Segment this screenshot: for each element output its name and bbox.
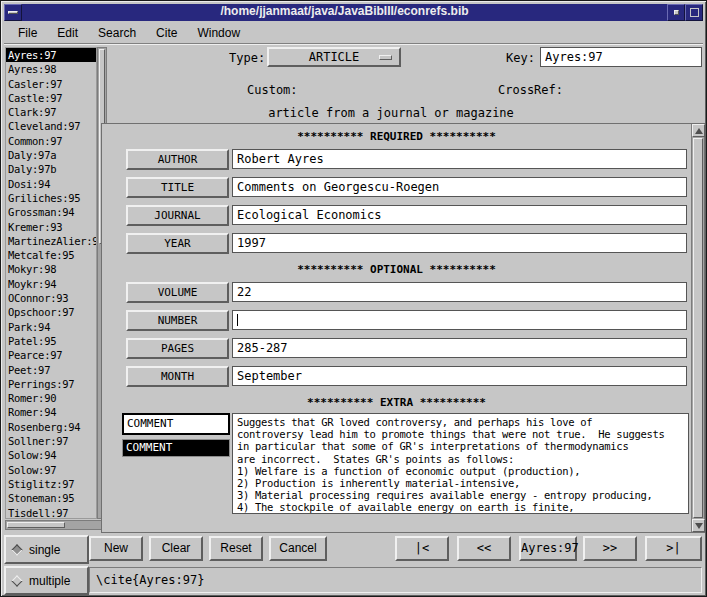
year-input[interactable]: [232, 233, 687, 253]
field-row-year: YEAR: [102, 233, 691, 255]
cancel-button[interactable]: Cancel: [269, 536, 327, 561]
comment-textarea[interactable]: Suggests that GR loved controversy, and …: [232, 413, 689, 514]
nav-current-button[interactable]: Ayres:97: [519, 536, 577, 561]
single-mode-toggle[interactable]: single: [4, 535, 89, 564]
menu-item-window[interactable]: Window: [187, 23, 250, 43]
window-title: /home/jjanmaat/java/JavaBibIII/econrefs.…: [22, 4, 667, 21]
list-item[interactable]: Stoneman:95: [6, 491, 96, 505]
comment-field-selector[interactable]: COMMENT: [122, 413, 230, 435]
list-item[interactable]: MartinezAlier:9: [6, 234, 96, 248]
key-input[interactable]: [540, 47, 702, 67]
crossref-label: CrossRef:: [498, 83, 563, 97]
window-menu-icon: [8, 11, 18, 14]
entry-form-panel: ********** REQUIRED ********** AUTHOR TI…: [101, 123, 705, 533]
maximize-icon: [690, 8, 699, 17]
author-input[interactable]: [232, 149, 687, 169]
type-dropdown-value: ARTICLE: [309, 50, 360, 64]
cite-command-field[interactable]: \cite{Ayres:97}: [89, 567, 702, 593]
list-item[interactable]: Griliches:95: [6, 191, 96, 205]
list-item[interactable]: Clark:97: [6, 105, 96, 119]
list-item[interactable]: Opschoor:97: [6, 305, 96, 319]
form-vertical-scrollbar[interactable]: [691, 124, 704, 532]
citation-list: Ayres:97Ayres:98Casler:97Castle:97Clark:…: [5, 47, 97, 519]
scroll-down-arrow[interactable]: [692, 519, 705, 532]
list-item[interactable]: Castle:97: [6, 91, 96, 105]
list-item[interactable]: Park:94: [6, 320, 96, 334]
key-label: Key:: [506, 51, 535, 65]
list-horizontal-scrollbar[interactable]: [5, 520, 108, 530]
minimize-icon: [674, 10, 679, 15]
list-item[interactable]: Sollner:97: [6, 434, 96, 448]
minimize-button[interactable]: [667, 4, 685, 21]
section-header-optional: ********** OPTIONAL **********: [102, 263, 691, 276]
list-item[interactable]: Ayres:98: [6, 62, 96, 76]
scroll-up-arrow[interactable]: [692, 124, 705, 137]
field-row-volume: VOLUME: [102, 282, 691, 304]
list-item[interactable]: Romer:90: [6, 391, 96, 405]
menu-bar: File Edit Search Cite Window: [4, 22, 703, 44]
menu-item-file[interactable]: File: [8, 23, 47, 43]
list-item[interactable]: Common:97: [6, 134, 96, 148]
list-item[interactable]: Peet:97: [6, 363, 96, 377]
custom-label: Custom:: [247, 83, 298, 97]
application-window: /home/jjanmaat/java/JavaBibIII/econrefs.…: [0, 0, 707, 597]
entry-form-content: ********** REQUIRED ********** AUTHOR TI…: [102, 124, 691, 532]
window-menu-button[interactable]: [4, 4, 22, 21]
list-item[interactable]: Kremer:93: [6, 220, 96, 234]
field-row-title: TITLE: [102, 177, 691, 199]
list-item[interactable]: Mokyr:98: [6, 262, 96, 276]
list-item[interactable]: Solow:97: [6, 463, 96, 477]
list-item[interactable]: Romer:94: [6, 405, 96, 419]
title-input[interactable]: [232, 177, 687, 197]
journal-input[interactable]: [232, 205, 687, 225]
list-item[interactable]: Metcalfe:95: [6, 248, 96, 262]
new-button[interactable]: New: [89, 536, 143, 561]
menu-item-search[interactable]: Search: [88, 23, 146, 43]
month-input[interactable]: [232, 366, 687, 386]
volume-input[interactable]: [232, 282, 687, 302]
list-item[interactable]: Casler:97: [6, 77, 96, 91]
list-item[interactable]: Cleveland:97: [6, 119, 96, 133]
nav-first-button[interactable]: |<: [395, 536, 449, 561]
list-item[interactable]: OConnor:93: [6, 291, 96, 305]
field-label-journal: JOURNAL: [126, 205, 229, 226]
number-input[interactable]: [232, 310, 687, 330]
list-hscroll-thumb[interactable]: [7, 522, 65, 528]
field-label-volume: VOLUME: [126, 282, 229, 303]
clear-button[interactable]: Clear: [149, 536, 203, 561]
nav-next-button[interactable]: >>: [583, 536, 637, 561]
maximize-button[interactable]: [685, 4, 703, 21]
list-item[interactable]: Daly:97b: [6, 162, 96, 176]
list-item[interactable]: Grossman:94: [6, 205, 96, 219]
list-item[interactable]: Patel:95: [6, 334, 96, 348]
comment-field-list: COMMENT: [122, 439, 230, 457]
field-row-author: AUTHOR: [102, 149, 691, 171]
nav-prev-button[interactable]: <<: [457, 536, 511, 561]
list-item[interactable]: Rosenberg:94: [6, 420, 96, 434]
comment-field-list-item[interactable]: COMMENT: [123, 440, 229, 456]
list-item[interactable]: Dosi:94: [6, 177, 96, 191]
menu-item-edit[interactable]: Edit: [47, 23, 88, 43]
list-item[interactable]: Moykr:94: [6, 277, 96, 291]
list-item[interactable]: Stiglitz:97: [6, 477, 96, 491]
list-item[interactable]: Ayres:97: [6, 48, 96, 62]
type-label: Type:: [229, 51, 265, 65]
multiple-mode-toggle[interactable]: multiple: [4, 566, 89, 595]
pages-input[interactable]: [232, 338, 687, 358]
type-dropdown[interactable]: ARTICLE: [267, 47, 401, 67]
list-item[interactable]: Tisdell:97: [6, 506, 96, 520]
list-item[interactable]: Solow:94: [6, 448, 96, 462]
nav-last-button[interactable]: >|: [645, 536, 702, 561]
field-label-month: MONTH: [126, 366, 229, 387]
form-scroll-thumb[interactable]: [693, 138, 703, 518]
list-item[interactable]: Daly:97a: [6, 148, 96, 162]
field-row-journal: JOURNAL: [102, 205, 691, 227]
list-item[interactable]: Pearce:97: [6, 348, 96, 362]
down-arrow-icon: [695, 523, 703, 529]
menu-item-cite[interactable]: Cite: [146, 23, 187, 43]
list-item[interactable]: Perrings:97: [6, 377, 96, 391]
field-label-title: TITLE: [126, 177, 229, 198]
reset-button[interactable]: Reset: [209, 536, 263, 561]
radio-selected-icon: [11, 544, 22, 555]
titlebar: /home/jjanmaat/java/JavaBibIII/econrefs.…: [4, 4, 703, 21]
